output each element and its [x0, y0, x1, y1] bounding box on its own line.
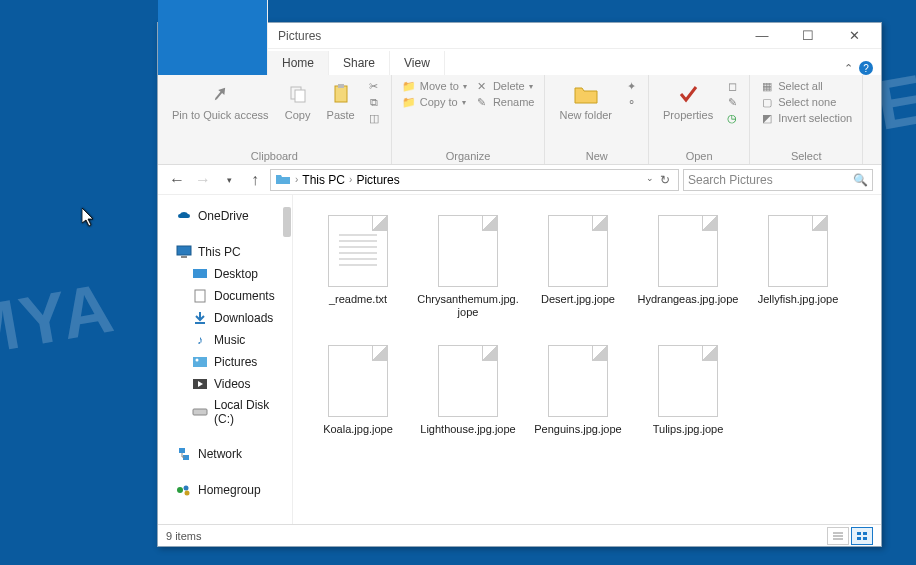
ribbon: Pin to Quick access Copy Paste ✂ ⧉ ◫ Cli…: [158, 75, 881, 165]
network-icon: [176, 446, 192, 462]
svg-rect-22: [857, 532, 861, 535]
rename-button[interactable]: ✎Rename: [475, 95, 535, 109]
nav-pictures[interactable]: Pictures: [158, 351, 292, 373]
collapse-ribbon-icon[interactable]: ⌃: [844, 62, 853, 75]
nav-localdisk[interactable]: Local Disk (C:): [158, 395, 292, 429]
address-bar: ← → ▾ ↑ › This PC › Pictures ⌄ ↻ Search …: [158, 165, 881, 195]
file-icon: [548, 215, 608, 287]
file-item[interactable]: Lighthouse.jpg.jope: [413, 339, 523, 469]
newfolder-button[interactable]: New folder: [555, 79, 616, 123]
minimize-button[interactable]: —: [739, 23, 785, 49]
forward-button[interactable]: →: [192, 169, 214, 191]
breadcrumb-thispc[interactable]: This PC: [302, 173, 345, 187]
selectnone-button[interactable]: ▢Select none: [760, 95, 852, 109]
file-icon: [548, 345, 608, 417]
file-item[interactable]: _readme.txt: [303, 209, 413, 339]
file-name: Hydrangeas.jpg.jope: [638, 293, 739, 306]
pin-button[interactable]: Pin to Quick access: [168, 79, 273, 123]
back-button[interactable]: ←: [166, 169, 188, 191]
tab-file[interactable]: File: [158, 0, 268, 75]
breadcrumb[interactable]: › This PC › Pictures ⌄ ↻: [270, 169, 679, 191]
selectnone-icon: ▢: [760, 95, 774, 109]
pictures-folder-icon: [275, 172, 291, 188]
help-icon[interactable]: ?: [859, 61, 873, 75]
tab-home[interactable]: Home: [268, 51, 329, 75]
search-box[interactable]: Search Pictures 🔍: [683, 169, 873, 191]
moveto-icon: 📁: [402, 79, 416, 93]
paste-shortcut-button[interactable]: ◫: [367, 111, 381, 125]
music-icon: ♪: [192, 332, 208, 348]
invertsel-button[interactable]: ◩Invert selection: [760, 111, 852, 125]
localdisk-icon: [192, 404, 208, 420]
navigation-pane: OneDrive This PC Desktop Documents Downl…: [158, 195, 293, 524]
mouse-cursor: [82, 208, 96, 232]
nav-network[interactable]: Network: [158, 443, 292, 465]
nav-music[interactable]: ♪ Music: [158, 329, 292, 351]
file-item[interactable]: Desert.jpg.jope: [523, 209, 633, 339]
svg-rect-8: [195, 290, 205, 302]
file-item[interactable]: Tulips.jpg.jope: [633, 339, 743, 469]
copyto-button[interactable]: 📁Copy to▾: [402, 95, 467, 109]
view-details-button[interactable]: [827, 527, 849, 545]
properties-button[interactable]: Properties: [659, 79, 717, 123]
svg-rect-24: [857, 537, 861, 540]
open-button[interactable]: ◻: [725, 79, 739, 93]
file-content[interactable]: _readme.txtChrysanthemum.jpg.jopeDesert.…: [293, 195, 881, 524]
onedrive-icon: [176, 208, 192, 224]
text-file-icon: [328, 215, 388, 287]
refresh-button[interactable]: ↻: [660, 173, 670, 187]
nav-downloads[interactable]: Downloads: [158, 307, 292, 329]
newitem-button[interactable]: ✦: [624, 79, 638, 93]
file-item[interactable]: Penguins.jpg.jope: [523, 339, 633, 469]
nav-documents[interactable]: Documents: [158, 285, 292, 307]
close-button[interactable]: ✕: [831, 23, 877, 49]
cut-button[interactable]: ✂: [367, 79, 381, 93]
file-icon: [438, 345, 498, 417]
file-icon: [658, 215, 718, 287]
recent-button[interactable]: ▾: [218, 169, 240, 191]
edit-icon: ✎: [725, 95, 739, 109]
window-title: Pictures: [278, 29, 321, 43]
file-item[interactable]: Chrysanthemum.jpg.jope: [413, 209, 523, 339]
svg-rect-10: [193, 357, 207, 367]
tab-view[interactable]: View: [390, 51, 445, 75]
file-item[interactable]: Jellyfish.jpg.jope: [743, 209, 853, 339]
svg-rect-7: [193, 269, 207, 278]
file-item[interactable]: Koala.jpg.jope: [303, 339, 413, 469]
nav-scrollbar[interactable]: [283, 207, 291, 237]
desktop-icon: [192, 266, 208, 282]
copy-path-button[interactable]: ⧉: [367, 95, 381, 109]
nav-homegroup[interactable]: Homegroup: [158, 479, 292, 501]
maximize-button[interactable]: ☐: [785, 23, 831, 49]
file-icon: [328, 345, 388, 417]
svg-point-16: [177, 487, 183, 493]
moveto-button[interactable]: 📁Move to▾: [402, 79, 467, 93]
selectall-button[interactable]: ▦Select all: [760, 79, 852, 93]
pictures-icon: [192, 354, 208, 370]
delete-button[interactable]: ✕Delete▾: [475, 79, 535, 93]
clipboard-group-label: Clipboard: [168, 150, 381, 162]
file-name: Chrysanthemum.jpg.jope: [417, 293, 519, 319]
file-icon: [768, 215, 828, 287]
videos-icon: [192, 376, 208, 392]
svg-rect-3: [335, 86, 347, 102]
homegroup-icon: [176, 482, 192, 498]
edit-button[interactable]: ✎: [725, 95, 739, 109]
file-item[interactable]: Hydrangeas.jpg.jope: [633, 209, 743, 339]
tab-share[interactable]: Share: [329, 51, 390, 75]
nav-thispc[interactable]: This PC: [158, 241, 292, 263]
paste-button[interactable]: Paste: [323, 79, 359, 123]
nav-videos[interactable]: Videos: [158, 373, 292, 395]
breadcrumb-pictures[interactable]: Pictures: [356, 173, 399, 187]
up-button[interactable]: ↑: [244, 169, 266, 191]
nav-onedrive[interactable]: OneDrive: [158, 205, 292, 227]
nav-desktop[interactable]: Desktop: [158, 263, 292, 285]
copy-button[interactable]: Copy: [281, 79, 315, 123]
view-icons-button[interactable]: [851, 527, 873, 545]
easyaccess-button[interactable]: ⚬: [624, 95, 638, 109]
history-button[interactable]: ◷: [725, 111, 739, 125]
breadcrumb-dropdown-icon[interactable]: ⌄: [646, 173, 654, 187]
file-icon: [658, 345, 718, 417]
paste-shortcut-icon: ◫: [367, 111, 381, 125]
new-group-label: New: [555, 150, 638, 162]
